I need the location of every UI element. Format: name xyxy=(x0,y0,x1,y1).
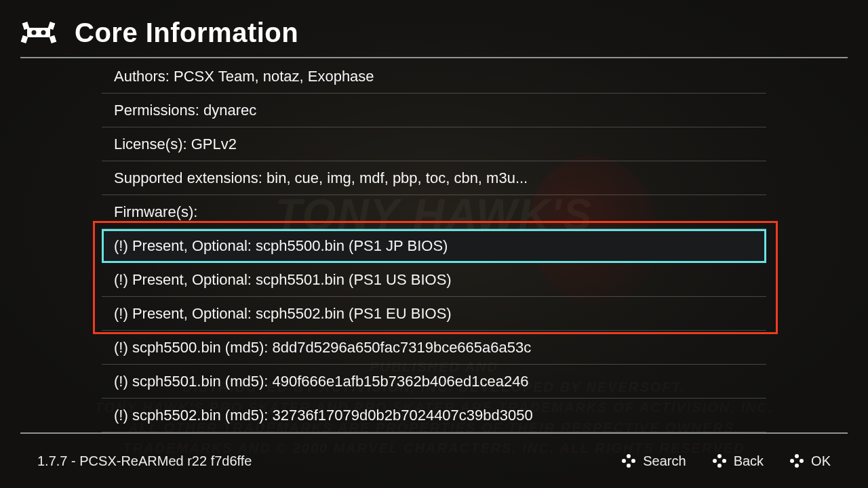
search-label: Search xyxy=(643,453,686,469)
search-button[interactable]: Search xyxy=(621,453,686,469)
list-row[interactable]: (!) scph5501.bin (md5): 490f666e1afb15b7… xyxy=(102,365,766,399)
info-list: Authors: PCSX Team, notaz, ExophasePermi… xyxy=(102,60,766,434)
retroarch-logo-icon xyxy=(20,21,57,44)
list-row-text: Supported extensions: bin, cue, img, mdf… xyxy=(114,169,528,187)
list-row-text: (!) scph5502.bin (md5): 32736f17079d0b2b… xyxy=(114,407,533,424)
list-row[interactable]: (!) Present, Optional: scph5501.bin (PS1… xyxy=(102,263,766,297)
svg-rect-4 xyxy=(50,35,57,43)
list-row-selected[interactable]: (!) Present, Optional: scph5500.bin (PS1… xyxy=(102,229,766,263)
list-row-text: Firmware(s): xyxy=(114,203,197,221)
list-row-text: (!) Present, Optional: scph5502.bin (PS1… xyxy=(114,305,452,323)
svg-point-15 xyxy=(795,454,799,458)
list-row[interactable]: Supported extensions: bin, cue, img, mdf… xyxy=(102,161,766,195)
svg-point-16 xyxy=(790,459,794,463)
header-divider xyxy=(20,57,848,58)
list-row[interactable]: Authors: PCSX Team, notaz, Exophase xyxy=(102,60,766,94)
ok-button[interactable]: OK xyxy=(789,453,831,469)
svg-point-8 xyxy=(622,459,626,463)
list-row[interactable]: (!) scph5502.bin (md5): 32736f17079d0b2b… xyxy=(102,399,766,432)
list-row-text: License(s): GPLv2 xyxy=(114,136,237,153)
header: Core Information xyxy=(20,12,848,53)
back-label: Back xyxy=(734,453,764,469)
footer-actions: Search Back OK xyxy=(621,453,831,469)
list-row[interactable]: Permissions: dynarec xyxy=(102,94,766,127)
svg-point-10 xyxy=(627,464,631,468)
list-row-text: (!) scph5500.bin (md5): 8dd7d5296a650fac… xyxy=(114,339,531,357)
footer: 1.7.7 - PCSX-ReARMed r22 f7d6ffe Search … xyxy=(0,434,868,488)
list-row-text: (!) scph5501.bin (md5): 490f666e1afb15b7… xyxy=(114,373,529,390)
version-label: 1.7.7 - PCSX-ReARMed r22 f7d6ffe xyxy=(37,453,621,469)
svg-point-12 xyxy=(713,459,717,463)
svg-point-9 xyxy=(631,459,635,463)
svg-point-13 xyxy=(722,459,726,463)
list-row-text: Permissions: dynarec xyxy=(114,102,256,119)
list-row-text: Authors: PCSX Team, notaz, Exophase xyxy=(114,68,374,85)
svg-point-18 xyxy=(795,464,799,468)
list-row[interactable]: License(s): GPLv2 xyxy=(102,127,766,161)
list-row-text: (!) Present, Optional: scph5500.bin (PS1… xyxy=(114,237,448,255)
list-row[interactable]: (!) Present, Optional: scph5502.bin (PS1… xyxy=(102,297,766,331)
svg-rect-3 xyxy=(21,35,28,43)
svg-point-7 xyxy=(627,454,631,458)
page-title: Core Information xyxy=(75,18,298,48)
list-row[interactable]: Firmware(s): xyxy=(102,195,766,229)
svg-point-11 xyxy=(717,454,722,458)
ok-label: OK xyxy=(811,453,831,469)
svg-point-17 xyxy=(800,459,804,463)
back-button[interactable]: Back xyxy=(712,453,764,469)
dpad-icon xyxy=(789,453,804,468)
dpad-icon xyxy=(712,453,727,468)
svg-point-14 xyxy=(717,464,722,468)
list-row[interactable]: (!) scph5500.bin (md5): 8dd7d5296a650fac… xyxy=(102,331,766,365)
svg-point-6 xyxy=(41,30,46,35)
dpad-icon xyxy=(621,453,636,468)
list-row-text: (!) Present, Optional: scph5501.bin (PS1… xyxy=(114,271,452,289)
svg-point-5 xyxy=(32,30,37,35)
svg-rect-0 xyxy=(27,28,50,37)
